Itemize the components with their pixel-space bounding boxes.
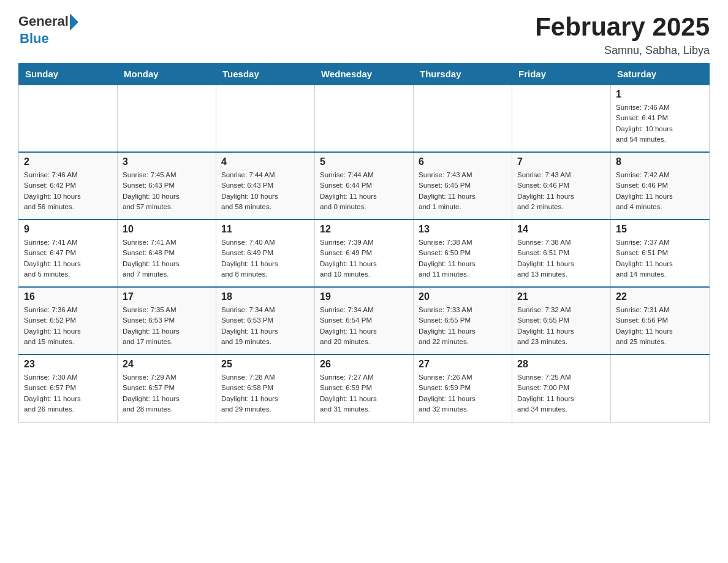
calendar-cell: 13Sunrise: 7:38 AM Sunset: 6:50 PM Dayli… <box>414 220 512 287</box>
calendar-cell: 17Sunrise: 7:35 AM Sunset: 6:53 PM Dayli… <box>118 287 216 354</box>
calendar-cell: 11Sunrise: 7:40 AM Sunset: 6:49 PM Dayli… <box>216 220 315 287</box>
day-info: Sunrise: 7:44 AM Sunset: 6:44 PM Dayligh… <box>320 170 408 212</box>
column-header-friday: Friday <box>512 64 611 85</box>
day-number: 13 <box>419 224 507 235</box>
day-info: Sunrise: 7:40 AM Sunset: 6:49 PM Dayligh… <box>221 237 309 280</box>
day-info: Sunrise: 7:41 AM Sunset: 6:48 PM Dayligh… <box>123 237 211 280</box>
calendar-cell <box>216 85 315 152</box>
calendar-cell: 24Sunrise: 7:29 AM Sunset: 6:57 PM Dayli… <box>118 354 216 422</box>
calendar-cell: 19Sunrise: 7:34 AM Sunset: 6:54 PM Dayli… <box>315 287 414 354</box>
day-number: 2 <box>24 156 112 167</box>
day-number: 25 <box>221 359 309 370</box>
day-number: 6 <box>419 156 507 167</box>
calendar-cell <box>315 85 414 152</box>
week-row-4: 16Sunrise: 7:36 AM Sunset: 6:52 PM Dayli… <box>19 287 710 354</box>
calendar-header-row: SundayMondayTuesdayWednesdayThursdayFrid… <box>19 64 710 85</box>
day-info: Sunrise: 7:46 AM Sunset: 6:41 PM Dayligh… <box>616 102 704 145</box>
day-info: Sunrise: 7:36 AM Sunset: 6:52 PM Dayligh… <box>24 305 112 347</box>
calendar-table: SundayMondayTuesdayWednesdayThursdayFrid… <box>18 63 710 423</box>
calendar-cell: 25Sunrise: 7:28 AM Sunset: 6:58 PM Dayli… <box>216 354 315 422</box>
day-info: Sunrise: 7:27 AM Sunset: 6:59 PM Dayligh… <box>320 372 408 415</box>
calendar-cell <box>611 354 710 422</box>
calendar-cell: 28Sunrise: 7:25 AM Sunset: 7:00 PM Dayli… <box>512 354 611 422</box>
day-number: 3 <box>123 156 211 167</box>
calendar-cell: 18Sunrise: 7:34 AM Sunset: 6:53 PM Dayli… <box>216 287 315 354</box>
column-header-tuesday: Tuesday <box>216 64 315 85</box>
day-number: 21 <box>517 291 605 302</box>
day-number: 9 <box>24 224 112 235</box>
day-info: Sunrise: 7:25 AM Sunset: 7:00 PM Dayligh… <box>517 372 605 415</box>
day-info: Sunrise: 7:34 AM Sunset: 6:53 PM Dayligh… <box>221 305 309 347</box>
calendar-cell: 9Sunrise: 7:41 AM Sunset: 6:47 PM Daylig… <box>19 220 118 287</box>
day-number: 11 <box>221 224 309 235</box>
calendar-cell: 16Sunrise: 7:36 AM Sunset: 6:52 PM Dayli… <box>19 287 118 354</box>
calendar-cell: 22Sunrise: 7:31 AM Sunset: 6:56 PM Dayli… <box>611 287 710 354</box>
calendar-cell: 6Sunrise: 7:43 AM Sunset: 6:45 PM Daylig… <box>414 152 512 220</box>
column-header-monday: Monday <box>118 64 216 85</box>
location-subtitle: Samnu, Sabha, Libya <box>535 44 710 57</box>
day-number: 4 <box>221 156 309 167</box>
logo-blue-text: Blue <box>20 31 49 47</box>
main-title: February 2025 <box>535 12 710 42</box>
day-number: 26 <box>320 359 408 370</box>
calendar-cell <box>19 85 118 152</box>
day-info: Sunrise: 7:39 AM Sunset: 6:49 PM Dayligh… <box>320 237 408 280</box>
day-info: Sunrise: 7:26 AM Sunset: 6:59 PM Dayligh… <box>419 372 507 415</box>
day-info: Sunrise: 7:43 AM Sunset: 6:45 PM Dayligh… <box>419 170 507 212</box>
day-number: 16 <box>24 291 112 302</box>
day-number: 27 <box>419 359 507 370</box>
title-section: February 2025 Samnu, Sabha, Libya <box>535 12 710 57</box>
day-number: 23 <box>24 359 112 370</box>
day-info: Sunrise: 7:38 AM Sunset: 6:51 PM Dayligh… <box>517 237 605 280</box>
calendar-cell: 4Sunrise: 7:44 AM Sunset: 6:43 PM Daylig… <box>216 152 315 220</box>
day-info: Sunrise: 7:29 AM Sunset: 6:57 PM Dayligh… <box>123 372 211 415</box>
day-number: 5 <box>320 156 408 167</box>
calendar-cell: 12Sunrise: 7:39 AM Sunset: 6:49 PM Dayli… <box>315 220 414 287</box>
day-info: Sunrise: 7:41 AM Sunset: 6:47 PM Dayligh… <box>24 237 112 280</box>
week-row-3: 9Sunrise: 7:41 AM Sunset: 6:47 PM Daylig… <box>19 220 710 287</box>
calendar-cell: 1Sunrise: 7:46 AM Sunset: 6:41 PM Daylig… <box>611 85 710 152</box>
calendar-cell: 7Sunrise: 7:43 AM Sunset: 6:46 PM Daylig… <box>512 152 611 220</box>
day-number: 17 <box>123 291 211 302</box>
column-header-wednesday: Wednesday <box>315 64 414 85</box>
day-info: Sunrise: 7:31 AM Sunset: 6:56 PM Dayligh… <box>616 305 704 347</box>
day-info: Sunrise: 7:28 AM Sunset: 6:58 PM Dayligh… <box>221 372 309 415</box>
week-row-2: 2Sunrise: 7:46 AM Sunset: 6:42 PM Daylig… <box>19 152 710 220</box>
day-number: 12 <box>320 224 408 235</box>
calendar-cell: 8Sunrise: 7:42 AM Sunset: 6:46 PM Daylig… <box>611 152 710 220</box>
logo: General Blue <box>18 12 78 47</box>
day-info: Sunrise: 7:44 AM Sunset: 6:43 PM Dayligh… <box>221 170 309 212</box>
day-number: 20 <box>419 291 507 302</box>
day-number: 28 <box>517 359 605 370</box>
calendar-cell: 2Sunrise: 7:46 AM Sunset: 6:42 PM Daylig… <box>19 152 118 220</box>
calendar-cell: 20Sunrise: 7:33 AM Sunset: 6:55 PM Dayli… <box>414 287 512 354</box>
page-header: General Blue February 2025 Samnu, Sabha,… <box>18 12 710 57</box>
day-info: Sunrise: 7:33 AM Sunset: 6:55 PM Dayligh… <box>419 305 507 347</box>
day-number: 15 <box>616 224 704 235</box>
day-info: Sunrise: 7:37 AM Sunset: 6:51 PM Dayligh… <box>616 237 704 280</box>
week-row-5: 23Sunrise: 7:30 AM Sunset: 6:57 PM Dayli… <box>19 354 710 422</box>
logo-arrow-icon <box>70 13 78 31</box>
day-number: 8 <box>616 156 704 167</box>
day-info: Sunrise: 7:34 AM Sunset: 6:54 PM Dayligh… <box>320 305 408 347</box>
day-info: Sunrise: 7:30 AM Sunset: 6:57 PM Dayligh… <box>24 372 112 415</box>
calendar-cell: 23Sunrise: 7:30 AM Sunset: 6:57 PM Dayli… <box>19 354 118 422</box>
column-header-thursday: Thursday <box>414 64 512 85</box>
calendar-cell: 15Sunrise: 7:37 AM Sunset: 6:51 PM Dayli… <box>611 220 710 287</box>
day-number: 22 <box>616 291 704 302</box>
day-info: Sunrise: 7:35 AM Sunset: 6:53 PM Dayligh… <box>123 305 211 347</box>
calendar-cell <box>414 85 512 152</box>
day-number: 1 <box>616 89 704 100</box>
calendar-cell: 27Sunrise: 7:26 AM Sunset: 6:59 PM Dayli… <box>414 354 512 422</box>
column-header-saturday: Saturday <box>611 64 710 85</box>
day-number: 10 <box>123 224 211 235</box>
day-info: Sunrise: 7:32 AM Sunset: 6:55 PM Dayligh… <box>517 305 605 347</box>
day-info: Sunrise: 7:42 AM Sunset: 6:46 PM Dayligh… <box>616 170 704 212</box>
week-row-1: 1Sunrise: 7:46 AM Sunset: 6:41 PM Daylig… <box>19 85 710 152</box>
day-info: Sunrise: 7:43 AM Sunset: 6:46 PM Dayligh… <box>517 170 605 212</box>
day-info: Sunrise: 7:38 AM Sunset: 6:50 PM Dayligh… <box>419 237 507 280</box>
day-info: Sunrise: 7:45 AM Sunset: 6:43 PM Dayligh… <box>123 170 211 212</box>
calendar-cell: 21Sunrise: 7:32 AM Sunset: 6:55 PM Dayli… <box>512 287 611 354</box>
calendar-cell: 10Sunrise: 7:41 AM Sunset: 6:48 PM Dayli… <box>118 220 216 287</box>
calendar-cell: 5Sunrise: 7:44 AM Sunset: 6:44 PM Daylig… <box>315 152 414 220</box>
